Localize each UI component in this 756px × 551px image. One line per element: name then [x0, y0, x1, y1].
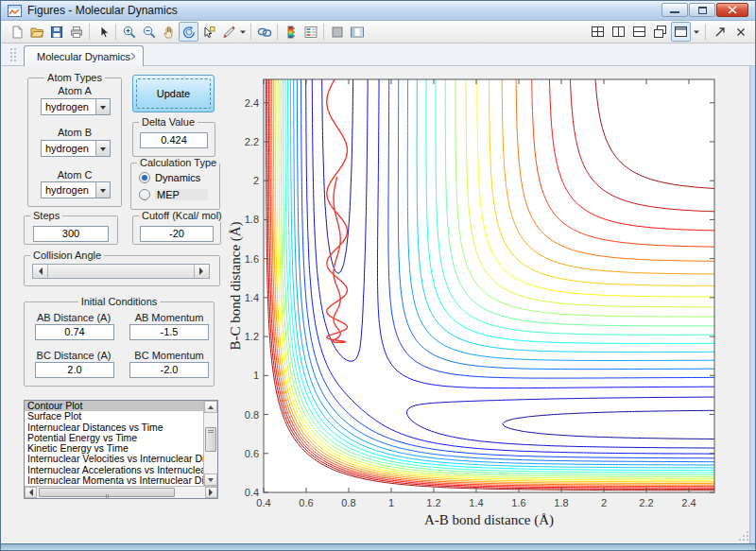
- ab-distance-field[interactable]: 0.74: [35, 324, 114, 340]
- float-windows-icon[interactable]: [650, 22, 670, 42]
- list-item[interactable]: Internuclear Distances vs Time: [25, 422, 203, 433]
- window-title: Figures - Molecular Dynamics: [27, 4, 178, 17]
- calculation-type-panel: Calculation Type: [130, 163, 220, 210]
- list-item[interactable]: Internuclear Momenta vs Internuclear Dis…: [25, 475, 203, 486]
- svg-text:1: 1: [388, 497, 394, 508]
- slider-left-arrow[interactable]: [33, 265, 48, 278]
- list-item[interactable]: Kinetic Energy vs Time: [25, 443, 203, 454]
- ab-momentum-field[interactable]: -1.5: [129, 324, 209, 340]
- arrow-left-icon: [35, 267, 43, 275]
- vertical-scroll-thumb[interactable]: [205, 427, 216, 452]
- list-item[interactable]: Internuclear Velocities vs Internuclear …: [25, 454, 203, 464]
- toolbar-separator: [115, 24, 116, 40]
- toolbar-separator: [89, 24, 90, 40]
- maximize-tab-icon[interactable]: [671, 22, 691, 42]
- svg-text:1.2: 1.2: [426, 497, 440, 508]
- rotate-3d-icon[interactable]: [179, 22, 198, 42]
- list-item[interactable]: Surface Plot: [25, 411, 203, 422]
- atom-types-title: Atom Types: [44, 72, 105, 84]
- toolbar-separator: [250, 24, 251, 40]
- mep-radio[interactable]: [139, 189, 150, 200]
- atom-c-dropdown[interactable]: hydrogen: [41, 181, 111, 198]
- arrow-right-icon: [199, 267, 207, 275]
- bc-momentum-field[interactable]: -2.0: [129, 362, 209, 378]
- brush-dropdown-icon[interactable]: [238, 22, 248, 42]
- list-item[interactable]: Internuclear Accelerations vs Internucle…: [25, 465, 203, 475]
- chevron-down-icon: [100, 106, 106, 112]
- thumb-grip: [106, 494, 109, 499]
- list-item[interactable]: Contour Plot: [25, 401, 203, 411]
- update-button[interactable]: Update: [132, 75, 215, 112]
- print-figure-icon[interactable]: [66, 22, 86, 42]
- horizontal-scrollbar[interactable]: [25, 486, 217, 498]
- zoom-out-icon[interactable]: [139, 22, 159, 42]
- arrow-up-icon: [208, 403, 214, 409]
- undock-icon[interactable]: [710, 22, 730, 42]
- insert-legend-icon[interactable]: [301, 22, 320, 42]
- brush-data-icon[interactable]: [218, 22, 238, 42]
- cutoff-title: Cutoff (Kcal/ mol): [139, 210, 225, 222]
- svg-text:2.4: 2.4: [245, 97, 259, 109]
- slider-right-arrow[interactable]: [194, 265, 209, 278]
- save-figure-icon[interactable]: [46, 22, 66, 42]
- tab-close-icon[interactable]: [130, 52, 135, 60]
- new-figure-icon[interactable]: [7, 22, 26, 42]
- delta-value-field[interactable]: 0.424: [140, 132, 208, 148]
- tile-grid-icon[interactable]: [588, 22, 608, 42]
- open-file-icon[interactable]: [26, 22, 46, 42]
- data-cursor-icon[interactable]: [198, 22, 218, 42]
- tile-vertical-icon[interactable]: [609, 22, 628, 42]
- svg-text:0.8: 0.8: [341, 497, 355, 508]
- scroll-left-button[interactable]: [25, 487, 37, 498]
- dynamics-radio-label: Dynamics: [155, 172, 200, 183]
- tab-molecular-dynamics[interactable]: Molecular Dynamics: [24, 45, 144, 66]
- edit-plot-pointer-icon[interactable]: [93, 22, 112, 42]
- resize-grip-icon[interactable]: [737, 529, 750, 542]
- tab-bar: Molecular Dynamics: [2, 43, 755, 66]
- list-item[interactable]: Potential Energy vs Time: [25, 433, 203, 443]
- show-plot-tools-icon[interactable]: [347, 22, 367, 42]
- tile-horizontal-icon[interactable]: [629, 22, 649, 42]
- close-icon: [728, 6, 737, 14]
- dynamics-radio[interactable]: [139, 172, 150, 183]
- maximize-button[interactable]: [689, 3, 715, 17]
- thumb-grip: [208, 430, 214, 433]
- figure-toolbar: [2, 21, 755, 43]
- title-bar[interactable]: Figures - Molecular Dynamics: [1, 1, 755, 21]
- dropdown-button[interactable]: [95, 99, 110, 114]
- horizontal-scroll-thumb[interactable]: [39, 488, 175, 497]
- atom-a-dropdown[interactable]: hydrogen: [41, 98, 111, 115]
- ab-momentum-label: AB Momentum: [122, 312, 216, 323]
- maximize-icon: [698, 7, 707, 14]
- scroll-down-button[interactable]: [204, 474, 217, 486]
- contour-plot: 0.40.60.811.21.41.61.822.22.40.40.60.811…: [228, 67, 753, 545]
- close-group-icon[interactable]: [730, 22, 750, 42]
- vertical-scrollbar[interactable]: [203, 401, 217, 486]
- slider-thumb[interactable]: [48, 265, 194, 278]
- dock-caret-icon[interactable]: [692, 22, 701, 42]
- dropdown-button[interactable]: [95, 182, 110, 198]
- tabbar-grip[interactable]: [9, 47, 17, 62]
- svg-text:1.4: 1.4: [245, 292, 259, 303]
- insert-colorbar-icon[interactable]: [281, 22, 301, 42]
- dropdown-button[interactable]: [95, 141, 110, 156]
- hide-plot-tools-icon[interactable]: [327, 22, 347, 42]
- plot-type-listbox[interactable]: Contour Plot Surface Plot Internuclear D…: [24, 400, 218, 499]
- zoom-in-icon[interactable]: [119, 22, 139, 42]
- scroll-up-button[interactable]: [204, 401, 217, 413]
- steps-field[interactable]: 300: [33, 226, 109, 242]
- cutoff-field[interactable]: -20: [140, 226, 214, 242]
- atom-b-dropdown[interactable]: hydrogen: [41, 140, 111, 157]
- collision-angle-slider[interactable]: [32, 264, 210, 279]
- atom-c-label: Atom C: [27, 169, 122, 181]
- pan-icon[interactable]: [159, 22, 179, 42]
- bc-distance-field[interactable]: 2.0: [35, 362, 114, 378]
- window-frame-bottom: [1, 543, 755, 550]
- link-plot-icon[interactable]: [254, 22, 274, 42]
- close-button[interactable]: [716, 3, 748, 17]
- minimize-button[interactable]: [662, 3, 688, 17]
- svg-text:1.6: 1.6: [245, 253, 259, 265]
- scroll-right-button[interactable]: [205, 487, 217, 498]
- svg-text:2: 2: [601, 497, 607, 508]
- svg-text:1.8: 1.8: [245, 214, 259, 225]
